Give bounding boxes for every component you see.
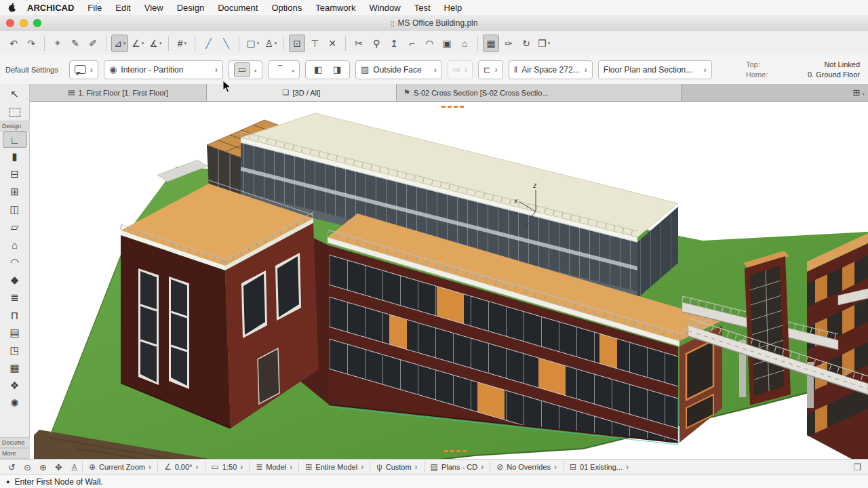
- scale-control[interactable]: ▭ 1:50: [205, 462, 250, 472]
- rotate-button[interactable]: ↻: [518, 35, 534, 52]
- lamp-tool[interactable]: ✺: [0, 394, 30, 412]
- pickup-parameters-button[interactable]: ✎: [67, 35, 83, 52]
- stair-tool[interactable]: ≣: [0, 289, 30, 306]
- snap-guides-button[interactable]: ╲: [218, 35, 234, 52]
- toolbox-section-more[interactable]: More: [0, 448, 30, 459]
- tsquare-button[interactable]: ⊤: [307, 35, 323, 52]
- object-tool[interactable]: ❖: [0, 377, 30, 394]
- menu-item[interactable]: Edit: [108, 3, 137, 13]
- toolbar-button[interactable]: [168, 36, 169, 51]
- toolbar-button[interactable]: [345, 36, 346, 51]
- toolbar-button[interactable]: [239, 36, 239, 51]
- tab-3d-all[interactable]: ❏ [3D / All]: [207, 84, 397, 101]
- toolbar-button[interactable]: [477, 36, 478, 51]
- wall-shape-group[interactable]: ⌒: [268, 60, 300, 79]
- door-tool[interactable]: ◫: [0, 201, 30, 218]
- rotation-angle-control[interactable]: ∠ 0,00°: [157, 462, 205, 472]
- minimize-button[interactable]: [20, 19, 28, 27]
- menu-item[interactable]: Design: [170, 3, 211, 13]
- model-filter-control[interactable]: ≣ Model: [249, 462, 298, 472]
- wall-tool[interactable]: ∟: [3, 131, 27, 148]
- brush-button[interactable]: ✑: [500, 35, 517, 52]
- column-tool[interactable]: ▮: [0, 148, 30, 165]
- stamp-button[interactable]: ❐: [536, 35, 552, 52]
- corner-button[interactable]: ⌐: [403, 35, 420, 52]
- slab-tool[interactable]: ▱: [0, 218, 30, 236]
- home-story-button[interactable]: ⌂: [456, 35, 473, 52]
- wall-settings-button[interactable]: [69, 60, 98, 79]
- frame-button[interactable]: ▣: [439, 35, 455, 52]
- menu-item[interactable]: View: [138, 3, 170, 13]
- wall-complexity-group[interactable]: ◧ ◨: [305, 60, 350, 79]
- pan-icon[interactable]: ✥: [51, 462, 66, 472]
- zoom-in-icon[interactable]: ⊕: [35, 462, 51, 472]
- app-menu[interactable]: ARCHICAD: [20, 3, 81, 13]
- zoom-button[interactable]: [33, 19, 41, 27]
- menu-item[interactable]: Window: [362, 3, 407, 13]
- walk-icon[interactable]: ♙: [66, 462, 82, 472]
- split-button[interactable]: ✂: [351, 35, 367, 52]
- structure-button[interactable]: ⊏: [478, 60, 503, 79]
- menu-item[interactable]: Teamwork: [309, 3, 362, 13]
- adjust-button[interactable]: ⚲: [368, 35, 384, 52]
- menu-item[interactable]: Test: [408, 3, 437, 13]
- favorite-dropdown[interactable]: ◉ Interior - Partition: [104, 60, 223, 79]
- zoom-icon[interactable]: ⊙: [20, 462, 35, 472]
- renovation-filter-control[interactable]: ⊟ 01 Existing...: [563, 462, 635, 472]
- inject-parameters-button[interactable]: ✐: [85, 35, 101, 52]
- tab-overview-button[interactable]: ⊞: [853, 84, 865, 101]
- 3d-viewport[interactable]: z x y: [30, 102, 868, 459]
- relative-construction-button[interactable]: ∠: [130, 35, 146, 52]
- suspend-groups-button[interactable]: ⊡: [289, 35, 305, 52]
- shell-tool[interactable]: ◠: [0, 253, 30, 271]
- fillet-button[interactable]: ◠: [421, 35, 437, 52]
- crop-button[interactable]: ▦: [483, 35, 499, 52]
- menu-item[interactable]: Help: [437, 3, 469, 13]
- orbit-icon[interactable]: ↺: [4, 462, 20, 472]
- chained-wall-icon[interactable]: ◨: [330, 63, 344, 77]
- toolbox-section-document[interactable]: Docume: [0, 437, 30, 448]
- straight-wall-icon[interactable]: ▭: [234, 62, 250, 77]
- view-zoom-control[interactable]: ⊕ Current Zoom: [82, 462, 157, 472]
- undo-button[interactable]: ↶: [5, 35, 22, 52]
- snap-elevation-button[interactable]: ∡: [147, 35, 163, 52]
- flip-button[interactable]: ⇨: [448, 60, 473, 79]
- reference-line-dropdown[interactable]: ▨ Outside Face: [355, 60, 442, 79]
- arrow-tool[interactable]: ↖: [0, 85, 30, 103]
- profile-button[interactable]: ♙: [262, 35, 279, 52]
- menu-item[interactable]: Options: [264, 3, 309, 13]
- tab-cross-section[interactable]: ⚑ S-02 Cross Section [S-02 Cross Sectio.…: [397, 84, 682, 101]
- marquee-tool[interactable]: [0, 103, 30, 121]
- toolbar-button[interactable]: [283, 36, 284, 51]
- structure-display-control[interactable]: ⊞ Entire Model: [298, 462, 370, 472]
- railing-tool[interactable]: Π: [0, 306, 30, 324]
- cutting-plane-marker-top[interactable]: [441, 106, 464, 108]
- toolbox-section-design[interactable]: Design: [0, 121, 30, 131]
- toolbar-button[interactable]: [195, 36, 195, 51]
- menu-item[interactable]: File: [81, 3, 108, 13]
- close-button[interactable]: [6, 19, 14, 27]
- tab-first-floor[interactable]: ▤ 1. First Floor [1. First Floor]: [30, 84, 207, 101]
- curved-wall-icon[interactable]: ⌒: [273, 63, 288, 77]
- snap-grid-button[interactable]: #: [174, 35, 190, 52]
- toolbar-button[interactable]: [44, 36, 45, 51]
- mesh-tool[interactable]: ▦: [0, 359, 30, 377]
- composite-dropdown[interactable]: ‖ Air Space 272...: [509, 60, 593, 79]
- zone-tool[interactable]: ◳: [0, 342, 30, 359]
- morph-tool[interactable]: ◆: [0, 271, 30, 289]
- beam-tool[interactable]: ⊟: [0, 165, 30, 183]
- top-link-value[interactable]: Not Linked: [824, 60, 860, 68]
- explode-button[interactable]: ✕: [324, 35, 340, 52]
- redo-button[interactable]: ↷: [23, 35, 39, 52]
- marquee-options-button[interactable]: ▢: [244, 35, 261, 52]
- menu-item[interactable]: Document: [211, 3, 264, 13]
- guide-lines-button[interactable]: ╱: [200, 35, 216, 52]
- search-select-button[interactable]: ⌖: [50, 35, 66, 52]
- apple-menu[interactable]: [4, 3, 20, 13]
- layer-combination-control[interactable]: ▤ Plans - CD: [424, 462, 490, 472]
- toolbar-button[interactable]: [106, 36, 106, 51]
- home-story-value[interactable]: 0. Ground Floor: [808, 70, 860, 79]
- graphic-overrides-control[interactable]: ⊘ No Overrides: [490, 462, 563, 472]
- box-wall-icon[interactable]: ◧: [311, 63, 326, 77]
- raise-button[interactable]: ↥: [386, 35, 402, 52]
